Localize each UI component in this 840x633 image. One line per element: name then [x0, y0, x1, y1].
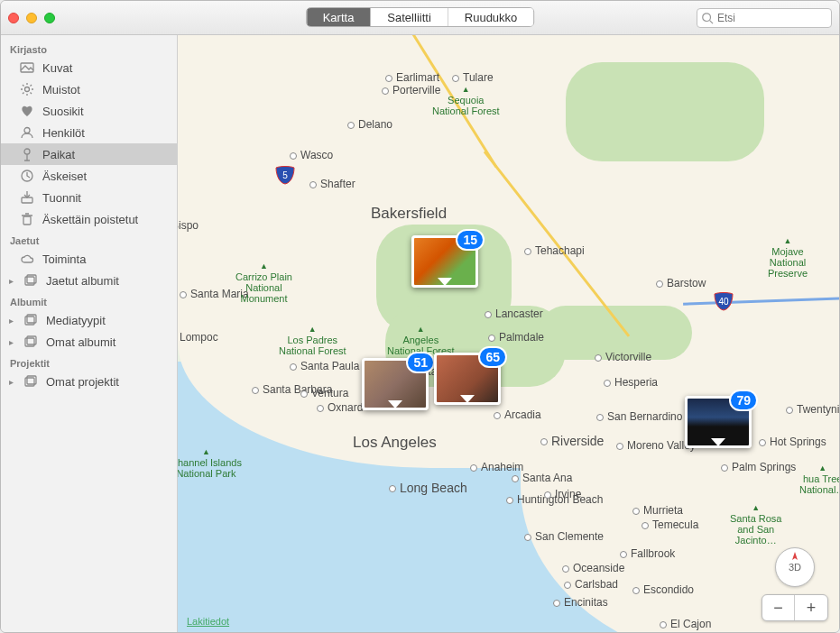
highway-shield-icon: 5	[275, 165, 295, 185]
svg-text:5: 5	[282, 170, 288, 180]
city-label: Arcadia	[494, 408, 541, 421]
sidebar-item-label: Muistot	[42, 83, 80, 96]
sidebar: KirjastoKuvatMuistotSuosikitHenkilötPaik…	[1, 35, 178, 632]
cloud-icon	[19, 252, 35, 266]
map-view[interactable]: Lakitiedot 3D − + BakersfieldLos Angeles…	[178, 35, 839, 632]
svg-line-1	[710, 20, 713, 23]
sidebar-item-tuonnit[interactable]: Tuonnit	[1, 187, 177, 208]
city-label: Irvine	[544, 488, 581, 500]
svg-point-0	[703, 13, 711, 21]
sidebar-item-mediatyypit[interactable]: ▸Mediatyypit	[1, 309, 177, 331]
sidebar-item-label: Mediatyypit	[46, 314, 106, 327]
sidebar-item-label: Kuvat	[42, 61, 72, 75]
titlebar: KarttaSatelliittiRuudukko	[1, 1, 839, 35]
heart-icon	[19, 104, 35, 118]
svg-marker-30	[792, 552, 798, 560]
view-mode-ruudukko[interactable]: Ruudukko	[448, 8, 534, 26]
city-label-big: Bakersfield	[371, 205, 447, 223]
svg-rect-19	[23, 216, 31, 225]
svg-line-9	[31, 93, 32, 95]
legal-link[interactable]: Lakitiedot	[187, 616, 229, 627]
compass-3d-button[interactable]: 3D	[775, 547, 815, 587]
search-icon	[701, 11, 714, 25]
park-label: Sequoia National Forest	[432, 86, 500, 116]
disclosure-triangle-icon[interactable]: ▸	[6, 377, 15, 387]
city-label: Hesperia	[604, 376, 658, 389]
sidebar-item--skett-in-poistetut[interactable]: Äskettäin poistetut	[1, 208, 177, 230]
city-label: Hot Springs	[759, 436, 826, 448]
sidebar-item-kuvat[interactable]: Kuvat	[1, 57, 177, 78]
disclosure-triangle-icon[interactable]: ▸	[6, 276, 15, 286]
park-label: Mojave National Preserve	[768, 237, 808, 279]
svg-line-10	[23, 93, 24, 95]
view-mode-satelliitti[interactable]: Satelliitti	[371, 8, 448, 26]
city-label: Lompoc	[178, 331, 218, 344]
city-label: Fallbrook	[620, 547, 675, 560]
search-field[interactable]	[697, 8, 832, 28]
photos-icon	[19, 60, 35, 75]
sidebar-section-title: Albumit	[1, 291, 177, 309]
sidebar-item-henkil-t[interactable]: Henkilöt	[1, 122, 177, 143]
sidebar-item-omat-projektit[interactable]: ▸Omat projektit	[1, 371, 177, 392]
minimize-icon[interactable]	[26, 13, 37, 23]
zoom-out-button[interactable]: −	[762, 595, 795, 620]
disclosure-triangle-icon[interactable]: ▸	[6, 316, 15, 326]
pin-icon	[19, 147, 35, 161]
photo-count-badge: 51	[406, 352, 435, 373]
city-label: Carlsbad	[564, 578, 618, 591]
svg-point-3	[25, 87, 30, 92]
clock-icon	[19, 169, 35, 183]
sidebar-item-label: Henkilöt	[42, 126, 85, 140]
city-label: Wasco	[290, 149, 333, 161]
zoom-controls: − +	[762, 594, 828, 621]
city-label: Encinitas	[553, 596, 608, 609]
city-label: Palmdale	[488, 331, 544, 344]
sidebar-item--skeiset[interactable]: Äskeiset	[1, 165, 177, 187]
view-mode-segment: KarttaSatelliittiRuudukko	[306, 7, 535, 27]
photo-cluster-pin[interactable]: 65	[434, 353, 501, 405]
city-label: Escondido	[632, 583, 694, 596]
city-label: Temecula	[642, 518, 698, 531]
svg-point-13	[24, 149, 30, 154]
zoom-in-button[interactable]: +	[795, 595, 827, 620]
sidebar-item-label: Äskettäin poistetut	[42, 213, 138, 226]
sidebar-item-paikat[interactable]: Paikat	[1, 143, 177, 165]
city-label: Murrieta	[632, 504, 683, 517]
svg-text:40: 40	[718, 297, 729, 307]
city-label: Oceanside	[562, 562, 624, 574]
sidebar-item-label: Toiminta	[42, 252, 86, 266]
city-label-big: Los Angeles	[353, 434, 437, 452]
sidebar-item-toiminta[interactable]: Toiminta	[1, 248, 177, 270]
city-label: Delano	[347, 118, 392, 131]
photo-count-badge: 15	[456, 229, 485, 251]
sidebar-item-muistot[interactable]: Muistot	[1, 78, 177, 100]
photo-cluster-pin[interactable]: 15	[411, 235, 478, 288]
city-label: Bispo	[178, 219, 198, 232]
close-icon[interactable]	[8, 13, 19, 23]
city-label: Earlimart	[385, 71, 439, 84]
maximize-icon[interactable]	[44, 13, 55, 23]
window-controls	[8, 13, 55, 23]
city-label: Twentynine	[786, 403, 839, 416]
photo-cluster-pin[interactable]: 79	[685, 396, 752, 448]
photo-cluster-pin[interactable]: 51	[362, 358, 429, 410]
sidebar-item-label: Paikat	[42, 148, 75, 161]
sidebar-item-label: Äskeiset	[42, 170, 87, 183]
sidebar-item-suosikit[interactable]: Suosikit	[1, 100, 177, 122]
view-mode-kartta[interactable]: Kartta	[307, 8, 372, 26]
svg-line-11	[31, 85, 32, 87]
park-label: Carrizo Plain National Monument	[235, 262, 292, 304]
city-label: El Cajon	[660, 618, 711, 630]
photo-count-badge: 65	[478, 346, 507, 368]
city-label-mid: Long Beach	[389, 481, 467, 495]
search-input[interactable]	[717, 12, 827, 24]
city-label: San Bernardino	[596, 410, 682, 423]
sidebar-item-jaetut-albumit[interactable]: ▸Jaetut albumit	[1, 270, 177, 291]
city-label: Shafter	[309, 178, 355, 190]
disclosure-triangle-icon[interactable]: ▸	[6, 337, 15, 347]
city-label: San Clemente	[524, 530, 604, 543]
sidebar-item-omat-albumit[interactable]: ▸Omat albumit	[1, 331, 177, 353]
albums-icon	[23, 335, 39, 349]
map-controls: 3D − +	[762, 547, 828, 621]
sidebar-section-title: Projektit	[1, 353, 177, 371]
